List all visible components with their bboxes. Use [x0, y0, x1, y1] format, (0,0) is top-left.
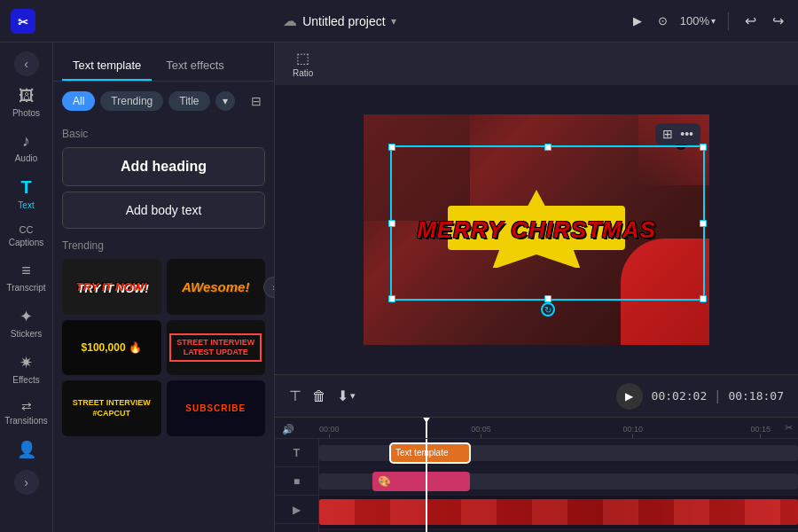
timeline-ruler: 🔊 00:00 00:05 00:10 [275, 418, 798, 439]
sidebar-item-audio[interactable]: ♪ Audio [4, 127, 49, 168]
current-time: 00:02:02 [652, 389, 708, 403]
selection-toolbar: ⊞ ••• [655, 123, 700, 145]
team-icon: 👤 [17, 440, 36, 459]
play-button[interactable]: ▶ [616, 383, 643, 410]
photos-icon: 🖼 [19, 87, 35, 106]
panel-content: Basic Add heading Add body text Trending… [53, 121, 274, 532]
basic-buttons: Add heading Add body text [62, 147, 265, 229]
add-heading-button[interactable]: Add heading [62, 147, 265, 186]
trim-icon[interactable]: ⊤ [289, 387, 301, 404]
text-template-clip-label: Text template [395, 448, 448, 458]
total-time: 00:18:07 [728, 389, 784, 403]
stickers-icon: ✦ [20, 307, 33, 326]
trending-item-6[interactable]: SUBSCRIBE [167, 380, 266, 436]
filter-title[interactable]: Title [168, 91, 209, 111]
video-track-row [319, 496, 798, 529]
magic-button[interactable]: ⊙ [654, 11, 671, 31]
undo-button[interactable]: ↩ [741, 9, 760, 33]
sidebar-item-captions[interactable]: CC Captions [4, 219, 49, 253]
sidebar-nav-down[interactable]: › [14, 470, 39, 495]
zoom-selector[interactable]: 100% ▾ [680, 14, 716, 27]
trending-section-title: Trending [62, 239, 265, 252]
sidebar-item-effects[interactable]: ✷ Effects [4, 348, 49, 390]
title-chevron[interactable]: ▾ [391, 15, 396, 27]
delete-icon[interactable]: 🗑 [312, 388, 326, 404]
trending-item-3[interactable]: $100,000 🔥 [62, 320, 161, 376]
basic-section-title: Basic [62, 128, 265, 140]
sidebar-item-team[interactable]: 👤 [4, 434, 49, 465]
sidebar-label-photos: Photos [12, 108, 40, 118]
ruler-mark-15: 00:15 [750, 425, 771, 438]
trending-text-6: SUBSCRIBE [185, 403, 246, 413]
ratio-label: Ratio [293, 68, 313, 78]
trending-text-4: STREET INTERVIEWLATEST UPDATE [169, 333, 262, 362]
sidebar-item-text[interactable]: T Text [4, 172, 49, 215]
time-divider: | [716, 388, 719, 404]
video-clip-bg [319, 499, 798, 525]
playback-bar: ⊤ 🗑 ⬇ ▾ ▶ 00:02:02 | 00:18:07 [275, 374, 798, 417]
project-title: Untitled project [302, 14, 385, 28]
ruler-mark-0: 00:00 [319, 425, 340, 438]
trending-text-2: AWesome! [182, 279, 249, 294]
video-preview[interactable]: MERRY CHIRSTMAS ↻ ⊞ ••• [364, 114, 709, 345]
merry-christmas-text-container: MERRY CHIRSTMAS [417, 216, 656, 244]
sidebar-item-transcript[interactable]: ≡ Transcript [4, 256, 49, 298]
effects-icon: ✷ [20, 353, 33, 372]
download-chevron[interactable]: ▾ [350, 390, 356, 402]
filter-sort-icon[interactable]: ⊟ [247, 90, 265, 112]
add-body-text-button[interactable]: Add body text [62, 192, 265, 229]
track-labels: T ■ ▶ [275, 439, 319, 532]
trending-item-2[interactable]: AWesome! [167, 259, 266, 315]
scissors-icon[interactable]: ✂ [779, 422, 798, 434]
sidebar-item-photos[interactable]: 🖼 Photos [4, 82, 49, 123]
sidebar-nav-up[interactable]: ‹ [14, 51, 39, 76]
sidebar-label-transcript: Transcript [6, 283, 45, 293]
audio-icon: ♪ [22, 132, 30, 151]
transitions-icon: ⇄ [21, 399, 32, 413]
track-content: Text template 🎨 [319, 439, 798, 532]
play-mode-button[interactable]: ▶ [630, 11, 645, 31]
sidebar-item-transitions[interactable]: ⇄ Transitions [4, 394, 49, 431]
topbar: ✂ ☁ Untitled project ▾ ▶ ⊙ 100% ▾ ↩ ↪ [0, 0, 798, 43]
text-template-clip[interactable]: Text template [390, 443, 470, 463]
color-track-row: 🎨 [319, 467, 798, 496]
sidebar-label-audio: Audio [15, 153, 38, 163]
download-icon[interactable]: ⬇ [337, 387, 348, 404]
ruler-track: 00:00 00:05 00:10 00:15 [319, 418, 779, 438]
timeline-tracks: T ■ ▶ [275, 439, 798, 532]
filter-trending[interactable]: Trending [100, 91, 163, 111]
more-options-button[interactable]: ••• [680, 127, 693, 141]
topbar-divider [728, 12, 729, 30]
merry-christmas-text: MERRY CHIRSTMAS [417, 216, 656, 243]
pink-clip[interactable]: 🎨 [372, 472, 470, 491]
sidebar-label-captions: Captions [9, 238, 43, 247]
sidebar-label-stickers: Stickers [11, 329, 43, 339]
tab-text-effects[interactable]: Text effects [155, 51, 235, 81]
text-template-track: Text template [319, 439, 798, 467]
trending-text-1: TRY IT NOW! [76, 280, 147, 293]
play-icon: ▶ [625, 390, 633, 403]
text-track-icon: T [293, 447, 300, 459]
track-label-text: T [275, 439, 318, 467]
trending-item-1[interactable]: TRY IT NOW! [62, 259, 161, 315]
upload-icon: ☁ [283, 12, 297, 29]
panel-tabs: Text template Text effects [53, 43, 274, 82]
trending-item-4[interactable]: STREET INTERVIEWLATEST UPDATE [167, 320, 266, 376]
redo-button[interactable]: ↪ [769, 9, 787, 33]
trending-text-5: STREET INTERVIEW#CAPCUT [73, 398, 151, 419]
video-clip[interactable] [319, 499, 798, 525]
trending-item-5[interactable]: STREET INTERVIEW#CAPCUT [62, 380, 161, 436]
panel-filters: All Trending Title ▾ ⊟ [53, 82, 274, 121]
copy-selection-button[interactable]: ⊞ [662, 127, 673, 141]
download-with-arrow: ⬇ ▾ [337, 387, 356, 404]
sidebar-item-stickers[interactable]: ✦ Stickers [4, 301, 49, 344]
filter-all[interactable]: All [62, 91, 95, 111]
video-track-icon: ▶ [293, 504, 301, 516]
ruler-cursor [426, 418, 427, 438]
filter-dropdown[interactable]: ▾ [215, 91, 235, 111]
tab-text-template[interactable]: Text template [62, 51, 152, 81]
color-track-icon: ■ [293, 475, 300, 488]
ruler-mark-5: 00:05 [471, 425, 491, 438]
vol-icon[interactable]: 🔊 [275, 424, 294, 434]
ratio-button[interactable]: ⬚ Ratio [286, 46, 320, 82]
